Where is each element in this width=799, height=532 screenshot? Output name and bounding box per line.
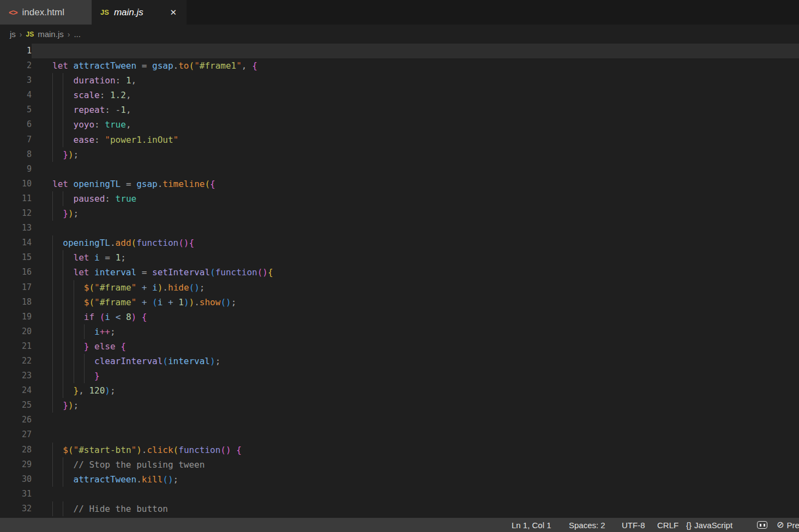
code-line[interactable]: 24 }, 120);	[0, 383, 799, 398]
line-number[interactable]: 31	[0, 487, 32, 501]
code-line-text[interactable]	[32, 413, 799, 427]
line-number[interactable]: 14	[0, 235, 32, 250]
breadcrumb-item-...[interactable]: ...	[74, 29, 81, 39]
code-line-text[interactable]: }, 120);	[32, 383, 799, 398]
line-number[interactable]: 15	[0, 250, 32, 265]
code-line[interactable]: 30 attractTween.kill();	[0, 472, 799, 487]
code-line-text[interactable]: $("#frame" + (i + 1)).show();	[32, 295, 799, 310]
code-line-text[interactable]: let openingTL = gsap.timeline({	[32, 177, 799, 191]
line-number[interactable]: 17	[0, 280, 32, 295]
line-number[interactable]: 29	[0, 457, 32, 472]
code-line[interactable]: 22 clearInterval(interval);	[0, 354, 799, 368]
line-number[interactable]: 22	[0, 354, 32, 368]
code-line-text[interactable]: ease: "power1.inOut"	[32, 132, 799, 147]
code-line-text[interactable]	[32, 44, 799, 58]
code-line-text[interactable]: $("#start-btn").click(function() {	[32, 443, 799, 457]
code-line-text[interactable]: openingTL.add(function(){	[32, 235, 799, 250]
code-editor[interactable]: 12let attractTween = gsap.to("#frame1", …	[0, 44, 799, 518]
code-line[interactable]: 18 $("#frame" + (i + 1)).show();	[0, 295, 799, 310]
code-line-text[interactable]: });	[32, 206, 799, 221]
code-line-text[interactable]: attractTween.kill();	[32, 472, 799, 487]
code-line-text[interactable]: });	[32, 398, 799, 413]
code-line-text[interactable]: scale: 1.2,	[32, 88, 799, 102]
line-number[interactable]: 11	[0, 191, 32, 206]
line-number[interactable]: 20	[0, 324, 32, 339]
code-line[interactable]: 21 } else {	[0, 339, 799, 354]
code-line-text[interactable]: } else {	[32, 339, 799, 354]
code-line-text[interactable]: paused: true	[32, 191, 799, 206]
line-number[interactable]: 10	[0, 177, 32, 191]
close-icon[interactable]: ✕	[167, 7, 179, 19]
line-number[interactable]: 25	[0, 398, 32, 413]
code-line-text[interactable]: if (i < 8) {	[32, 310, 799, 324]
code-line[interactable]: 11 paused: true	[0, 191, 799, 206]
code-line[interactable]: 15 let i = 1;	[0, 250, 799, 265]
breadcrumb-item-main.js[interactable]: main.js	[38, 29, 64, 39]
line-number[interactable]: 7	[0, 132, 32, 147]
code-line-text[interactable]: // Hide the button	[32, 501, 799, 516]
line-number[interactable]: 13	[0, 221, 32, 235]
code-line[interactable]: 2let attractTween = gsap.to("#frame1", {	[0, 58, 799, 73]
code-line-text[interactable]	[32, 221, 799, 235]
code-line[interactable]: 1	[0, 44, 799, 58]
code-line-text[interactable]: let i = 1;	[32, 250, 799, 265]
code-line[interactable]: 23 }	[0, 368, 799, 383]
breadcrumb-item-js[interactable]: js	[10, 29, 16, 39]
line-number[interactable]: 3	[0, 73, 32, 88]
code-line-text[interactable]	[32, 487, 799, 501]
code-line[interactable]: 12 });	[0, 206, 799, 221]
line-number[interactable]: 8	[0, 147, 32, 162]
line-number[interactable]: 27	[0, 427, 32, 442]
language-mode[interactable]: {}JavaScript	[686, 518, 732, 532]
line-number[interactable]: 26	[0, 413, 32, 427]
code-line[interactable]: 16 let interval = setInterval(function()…	[0, 265, 799, 280]
code-line[interactable]: 25 });	[0, 398, 799, 413]
code-line[interactable]: 20 i++;	[0, 324, 799, 339]
code-line[interactable]: 4 scale: 1.2,	[0, 88, 799, 102]
code-line[interactable]: 3 duration: 1,	[0, 73, 799, 88]
code-line[interactable]: 27	[0, 427, 799, 442]
line-number[interactable]: 23	[0, 368, 32, 383]
line-number[interactable]: 4	[0, 88, 32, 102]
encoding[interactable]: UTF-8	[622, 518, 645, 532]
code-line[interactable]: 5 repeat: -1,	[0, 102, 799, 117]
line-number[interactable]: 28	[0, 443, 32, 457]
code-line[interactable]: 28 $("#start-btn").click(function() {	[0, 443, 799, 457]
eol[interactable]: CRLF	[657, 518, 678, 532]
code-line[interactable]: 13	[0, 221, 799, 235]
line-number[interactable]: 9	[0, 162, 32, 177]
line-number[interactable]: 16	[0, 265, 32, 280]
code-line-text[interactable]: // Stop the pulsing tween	[32, 457, 799, 472]
code-line-text[interactable]: duration: 1,	[32, 73, 799, 88]
code-line-text[interactable]: $("#frame" + i).hide();	[32, 280, 799, 295]
prettier-status[interactable]: ⊘Prettier	[777, 518, 799, 532]
tab-index.html[interactable]: <>index.html	[0, 0, 92, 25]
code-line[interactable]: 17 $("#frame" + i).hide();	[0, 280, 799, 295]
code-line-text[interactable]	[32, 162, 799, 177]
line-number[interactable]: 1	[0, 44, 32, 58]
code-line-text[interactable]: }	[32, 368, 799, 383]
code-line-text[interactable]: });	[32, 147, 799, 162]
code-line-text[interactable]: i++;	[32, 324, 799, 339]
line-number[interactable]: 19	[0, 310, 32, 324]
line-number[interactable]: 12	[0, 206, 32, 221]
code-line[interactable]: 19 if (i < 8) {	[0, 310, 799, 324]
code-line[interactable]: 8 });	[0, 147, 799, 162]
cursor-position[interactable]: Ln 1, Col 1	[512, 518, 551, 532]
code-line-text[interactable]: clearInterval(interval);	[32, 354, 799, 368]
code-line[interactable]: 7 ease: "power1.inOut"	[0, 132, 799, 147]
code-line-text[interactable]	[32, 427, 799, 442]
tab-main.js[interactable]: JSmain.js✕	[92, 0, 187, 25]
copilot-status[interactable]	[757, 518, 767, 532]
line-number[interactable]: 5	[0, 102, 32, 117]
code-line[interactable]: 31	[0, 487, 799, 501]
line-number[interactable]: 2	[0, 58, 32, 73]
code-line-text[interactable]: let interval = setInterval(function(){	[32, 265, 799, 280]
code-line[interactable]: 10let openingTL = gsap.timeline({	[0, 177, 799, 191]
code-line[interactable]: 9	[0, 162, 799, 177]
code-line[interactable]: 6 yoyo: true,	[0, 117, 799, 132]
line-number[interactable]: 6	[0, 117, 32, 132]
code-line[interactable]: 14 openingTL.add(function(){	[0, 235, 799, 250]
code-line-text[interactable]: yoyo: true,	[32, 117, 799, 132]
line-number[interactable]: 21	[0, 339, 32, 354]
